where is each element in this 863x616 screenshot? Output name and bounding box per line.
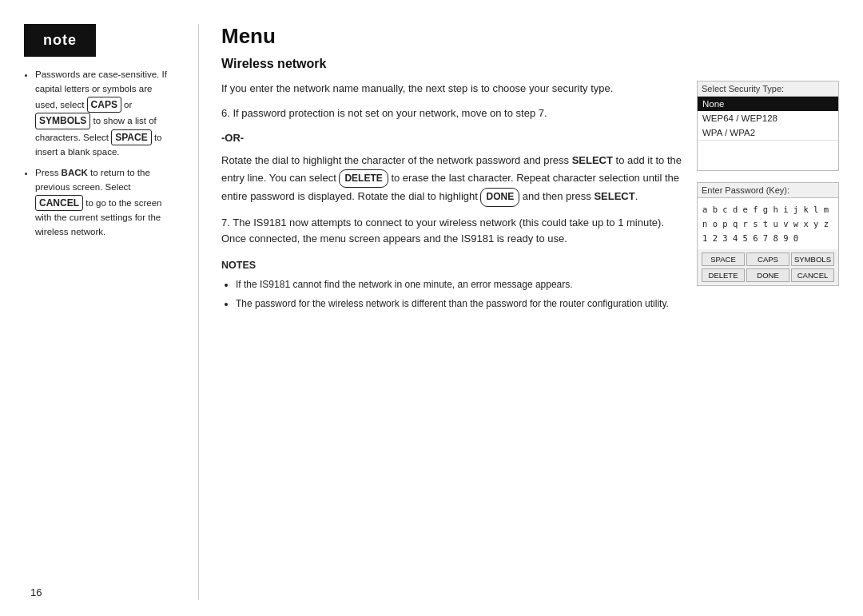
- right-panel: Select Security Type: None WEP64 / WEP12…: [697, 81, 839, 315]
- or-line: -OR-: [221, 130, 682, 147]
- section-title: Wireless network: [221, 57, 839, 71]
- pw-btn-cancel[interactable]: CANCEL: [791, 268, 834, 282]
- symbols-kbd: SYMBOLS: [35, 113, 90, 129]
- pw-chars: a b c d e f g h i j k l m n o p q r s t …: [698, 198, 838, 249]
- page-title: Menu: [221, 24, 839, 49]
- password-box: Enter Password (Key): a b c d e f g h i …: [697, 182, 839, 286]
- note-icon: note: [24, 24, 96, 57]
- security-item-wpa[interactable]: WPA / WPA2: [698, 125, 838, 140]
- pw-btn-space[interactable]: SPACE: [702, 252, 745, 266]
- step7-paragraph: 7. The IS9181 now attempts to connect to…: [221, 215, 682, 248]
- security-type-box: Select Security Type: None WEP64 / WEP12…: [697, 81, 839, 171]
- sidebar-text: Passwords are case-sensitive. If capital…: [24, 68, 168, 240]
- notes-list: If the IS9181 cannot find the network in…: [221, 277, 682, 311]
- step6b-paragraph: Rotate the dial to highlight the charact…: [221, 153, 682, 206]
- main-body: If you enter the network name manually, …: [221, 81, 839, 315]
- pw-btn-done[interactable]: DONE: [746, 268, 789, 282]
- back-bold: BACK: [62, 168, 88, 177]
- pw-buttons-row2: DELETE DONE CANCEL: [698, 268, 838, 285]
- notes-section: NOTES If the IS9181 cannot find the netw…: [221, 257, 682, 311]
- pw-btn-symbols[interactable]: SYMBOLS: [791, 252, 834, 266]
- pw-chars-row2: n o p q r s t u v w x y z: [702, 217, 833, 232]
- cancel-kbd-sidebar: CANCEL: [35, 195, 83, 212]
- sidebar: note Passwords are case-sensitive. If ca…: [24, 24, 184, 600]
- security-box-title: Select Security Type:: [698, 81, 838, 97]
- notes-title: NOTES: [221, 257, 682, 273]
- note-item-2: The password for the wireless network is…: [236, 296, 682, 312]
- main-content: Menu Wireless network If you enter the n…: [213, 24, 839, 600]
- caps-kbd-1: CAPS: [87, 97, 121, 113]
- pw-chars-row1: a b c d e f g h i j k l m: [702, 203, 833, 217]
- done-kbd: DONE: [480, 188, 519, 206]
- pw-btn-delete[interactable]: DELETE: [702, 268, 745, 282]
- divider: [198, 24, 199, 600]
- pw-chars-row3: 1 2 3 4 5 6 7 8 9 0: [702, 232, 833, 246]
- note-item-1: If the IS9181 cannot find the network in…: [236, 277, 682, 292]
- note-label: note: [43, 32, 77, 48]
- page-number: 16: [30, 586, 42, 598]
- step6-paragraph: 6. If password protection is not set on …: [221, 105, 682, 122]
- main-text: If you enter the network name manually, …: [221, 81, 682, 315]
- space-kbd: SPACE: [111, 129, 151, 146]
- intro-paragraph: If you enter the network name manually, …: [221, 81, 682, 97]
- pw-btn-caps[interactable]: CAPS: [746, 252, 789, 266]
- password-box-title: Enter Password (Key):: [698, 183, 838, 198]
- pw-buttons-row1: SPACE CAPS SYMBOLS: [698, 249, 838, 268]
- delete-kbd: DELETE: [339, 169, 388, 188]
- security-item-none[interactable]: None: [698, 97, 838, 111]
- security-item-wep[interactable]: WEP64 / WEP128: [698, 111, 838, 125]
